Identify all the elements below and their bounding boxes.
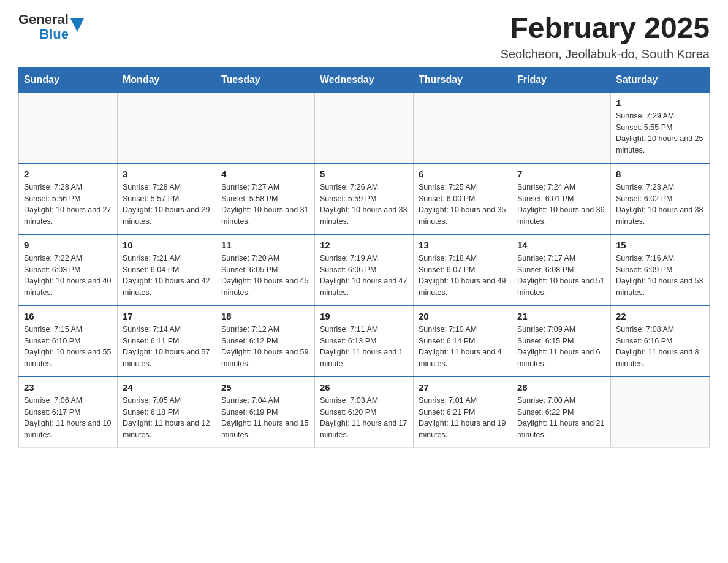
day-number: 6 [419,169,507,179]
calendar-cell: 4Sunrise: 7:27 AMSunset: 5:58 PMDaylight… [216,163,315,234]
calendar-cell: 19Sunrise: 7:11 AMSunset: 6:13 PMDayligh… [315,305,414,377]
calendar-cell: 8Sunrise: 7:23 AMSunset: 6:02 PMDaylight… [611,163,710,234]
day-number: 5 [320,169,408,179]
day-number: 7 [517,169,605,179]
day-number: 2 [24,169,112,179]
page-header: General Blue February 2025 Seolcheon, Je… [18,12,710,61]
day-number: 15 [616,240,704,250]
day-info: Sunrise: 7:17 AMSunset: 6:08 PMDaylight:… [517,253,605,299]
day-info: Sunrise: 7:29 AMSunset: 5:55 PMDaylight:… [616,110,704,156]
calendar-cell: 3Sunrise: 7:28 AMSunset: 5:57 PMDaylight… [118,163,216,234]
calendar-cell: 2Sunrise: 7:28 AMSunset: 5:56 PMDaylight… [19,163,118,234]
calendar-week-row: 1Sunrise: 7:29 AMSunset: 5:55 PMDaylight… [19,92,710,163]
day-info: Sunrise: 7:01 AMSunset: 6:21 PMDaylight:… [419,395,507,441]
day-info: Sunrise: 7:25 AMSunset: 6:00 PMDaylight:… [419,182,507,228]
day-info: Sunrise: 7:06 AMSunset: 6:17 PMDaylight:… [24,395,112,441]
day-number: 17 [123,311,211,321]
col-header-saturday: Saturday [611,67,710,92]
day-number: 24 [123,382,211,393]
calendar-week-row: 9Sunrise: 7:22 AMSunset: 6:03 PMDaylight… [19,234,710,305]
calendar-cell: 17Sunrise: 7:14 AMSunset: 6:11 PMDayligh… [118,305,216,377]
calendar-cell: 13Sunrise: 7:18 AMSunset: 6:07 PMDayligh… [414,234,512,305]
calendar-cell: 21Sunrise: 7:09 AMSunset: 6:15 PMDayligh… [512,305,611,377]
col-header-sunday: Sunday [19,67,118,92]
calendar-cell [611,377,710,448]
day-number: 1 [616,98,704,108]
calendar-cell [315,92,414,163]
col-header-wednesday: Wednesday [315,67,414,92]
day-number: 16 [24,311,112,321]
col-header-friday: Friday [512,67,611,92]
day-info: Sunrise: 7:27 AMSunset: 5:58 PMDaylight:… [221,182,309,228]
day-number: 21 [517,311,605,321]
day-info: Sunrise: 7:19 AMSunset: 6:06 PMDaylight:… [320,253,408,299]
calendar-cell: 1Sunrise: 7:29 AMSunset: 5:55 PMDaylight… [611,92,710,163]
day-number: 26 [320,382,408,393]
calendar-cell: 12Sunrise: 7:19 AMSunset: 6:06 PMDayligh… [315,234,414,305]
calendar-cell: 16Sunrise: 7:15 AMSunset: 6:10 PMDayligh… [19,305,118,377]
col-header-thursday: Thursday [414,67,512,92]
calendar-cell [216,92,315,163]
calendar-cell: 9Sunrise: 7:22 AMSunset: 6:03 PMDaylight… [19,234,118,305]
calendar-cell: 10Sunrise: 7:21 AMSunset: 6:04 PMDayligh… [118,234,216,305]
logo-triangle-icon [70,18,84,34]
day-info: Sunrise: 7:18 AMSunset: 6:07 PMDaylight:… [419,253,507,299]
day-info: Sunrise: 7:12 AMSunset: 6:12 PMDaylight:… [221,324,309,370]
calendar-cell: 27Sunrise: 7:01 AMSunset: 6:21 PMDayligh… [414,377,512,448]
title-block: February 2025 Seolcheon, Jeollabuk-do, S… [501,12,710,61]
day-number: 23 [24,382,112,393]
calendar-cell: 5Sunrise: 7:26 AMSunset: 5:59 PMDaylight… [315,163,414,234]
month-title: February 2025 [501,12,710,45]
calendar-week-row: 2Sunrise: 7:28 AMSunset: 5:56 PMDaylight… [19,163,710,234]
day-info: Sunrise: 7:28 AMSunset: 5:57 PMDaylight:… [123,182,211,228]
calendar-cell: 6Sunrise: 7:25 AMSunset: 6:00 PMDaylight… [414,163,512,234]
day-number: 8 [616,169,704,179]
day-info: Sunrise: 7:00 AMSunset: 6:22 PMDaylight:… [517,395,605,441]
calendar-cell: 20Sunrise: 7:10 AMSunset: 6:14 PMDayligh… [414,305,512,377]
col-header-tuesday: Tuesday [216,67,315,92]
day-info: Sunrise: 7:15 AMSunset: 6:10 PMDaylight:… [24,324,112,370]
logo: General Blue [18,12,84,42]
svg-marker-0 [70,18,84,32]
day-number: 18 [221,311,309,321]
day-info: Sunrise: 7:04 AMSunset: 6:19 PMDaylight:… [221,395,309,441]
day-number: 19 [320,311,408,321]
col-header-monday: Monday [118,67,216,92]
day-info: Sunrise: 7:23 AMSunset: 6:02 PMDaylight:… [616,182,704,228]
day-number: 20 [419,311,507,321]
logo-general-text: General [18,12,69,27]
calendar-cell: 24Sunrise: 7:05 AMSunset: 6:18 PMDayligh… [118,377,216,448]
day-info: Sunrise: 7:11 AMSunset: 6:13 PMDaylight:… [320,324,408,370]
calendar-cell: 15Sunrise: 7:16 AMSunset: 6:09 PMDayligh… [611,234,710,305]
calendar-cell: 25Sunrise: 7:04 AMSunset: 6:19 PMDayligh… [216,377,315,448]
calendar-cell: 23Sunrise: 7:06 AMSunset: 6:17 PMDayligh… [19,377,118,448]
day-info: Sunrise: 7:03 AMSunset: 6:20 PMDaylight:… [320,395,408,441]
day-number: 12 [320,240,408,250]
day-number: 28 [517,382,605,393]
calendar-week-row: 16Sunrise: 7:15 AMSunset: 6:10 PMDayligh… [19,305,710,377]
day-number: 10 [123,240,211,250]
day-info: Sunrise: 7:16 AMSunset: 6:09 PMDaylight:… [616,253,704,299]
calendar-cell [512,92,611,163]
logo-blue-text: Blue [39,27,69,42]
calendar-week-row: 23Sunrise: 7:06 AMSunset: 6:17 PMDayligh… [19,377,710,448]
day-number: 4 [221,169,309,179]
calendar-cell [118,92,216,163]
calendar-cell: 28Sunrise: 7:00 AMSunset: 6:22 PMDayligh… [512,377,611,448]
day-info: Sunrise: 7:10 AMSunset: 6:14 PMDaylight:… [419,324,507,370]
calendar-cell: 11Sunrise: 7:20 AMSunset: 6:05 PMDayligh… [216,234,315,305]
day-number: 25 [221,382,309,393]
day-number: 9 [24,240,112,250]
day-number: 13 [419,240,507,250]
day-info: Sunrise: 7:20 AMSunset: 6:05 PMDaylight:… [221,253,309,299]
day-number: 22 [616,311,704,321]
day-info: Sunrise: 7:24 AMSunset: 6:01 PMDaylight:… [517,182,605,228]
day-info: Sunrise: 7:14 AMSunset: 6:11 PMDaylight:… [123,324,211,370]
day-number: 11 [221,240,309,250]
day-info: Sunrise: 7:05 AMSunset: 6:18 PMDaylight:… [123,395,211,441]
calendar-cell: 14Sunrise: 7:17 AMSunset: 6:08 PMDayligh… [512,234,611,305]
calendar-cell [414,92,512,163]
calendar-cell: 22Sunrise: 7:08 AMSunset: 6:16 PMDayligh… [611,305,710,377]
day-info: Sunrise: 7:26 AMSunset: 5:59 PMDaylight:… [320,182,408,228]
calendar-header-row: SundayMondayTuesdayWednesdayThursdayFrid… [19,67,710,92]
